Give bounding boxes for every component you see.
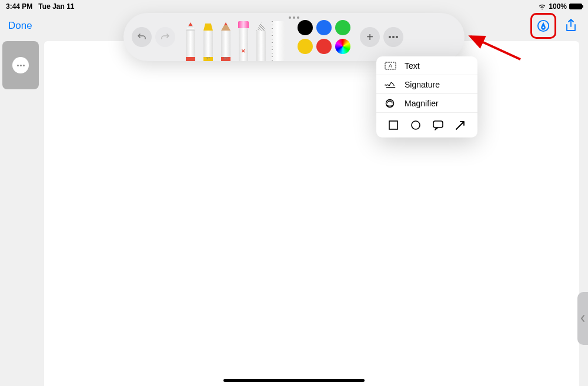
popover-text-label: Text [405,61,420,71]
done-button[interactable]: Done [8,20,32,32]
popover-signature[interactable]: × Signature [376,75,477,94]
ruler-tool[interactable] [270,21,285,61]
color-blue[interactable] [316,20,332,35]
text-icon: A [385,62,396,70]
add-button[interactable]: + [360,27,380,47]
battery-icon [569,4,582,9]
svg-point-7 [412,121,420,129]
shape-circle[interactable] [409,119,422,132]
redo-icon [161,32,170,42]
popover-magnifier-label: Magnifier [405,99,439,108]
status-bar: 3:44 PM Tue Jan 11 100% [0,0,588,13]
home-indicator[interactable] [223,379,365,382]
magnifier-icon [385,99,396,108]
color-picker[interactable] [335,39,350,54]
color-palette [298,20,350,54]
canvas[interactable] [44,41,579,386]
signature-icon: × [385,80,396,89]
popover-signature-label: Signature [405,80,440,89]
svg-rect-8 [433,121,443,127]
color-red[interactable] [316,39,332,54]
shape-square[interactable] [387,119,400,132]
markup-button[interactable] [534,17,552,35]
lasso-tool[interactable] [253,19,269,61]
share-button[interactable] [562,17,580,35]
share-icon [564,19,577,33]
thumbnail-more-icon[interactable] [12,57,29,73]
page-thumbnail[interactable] [2,41,39,89]
svg-text:A: A [389,63,392,69]
color-yellow[interactable] [298,39,313,54]
more-button[interactable] [383,27,403,47]
add-popover: A Text × Signature Magnifier [376,56,477,137]
popover-text[interactable]: A Text [376,56,477,75]
wifi-icon [538,4,546,9]
eraser-tool[interactable] [235,19,252,61]
popover-shapes-row [376,113,477,137]
pencil-tool[interactable]: 85 [218,19,234,61]
markup-toolbar: 37 85 + [123,13,465,61]
highlighter-tool[interactable]: 37 [200,19,216,61]
svg-rect-6 [389,121,397,129]
svg-text:×: × [385,82,387,86]
svg-point-1 [543,26,544,28]
pen-tool[interactable] [182,19,199,61]
shape-arrow[interactable] [454,119,467,132]
drawing-tools: 37 85 [182,13,285,61]
toolbar-grab-handle[interactable] [289,16,299,19]
edge-pull-handle[interactable] [577,292,588,345]
status-date: Tue Jan 11 [38,2,74,11]
status-time: 3:44 PM [6,2,32,11]
undo-button[interactable] [132,27,152,47]
chevron-left-icon [580,314,585,323]
annotation-highlight [530,13,556,39]
popover-magnifier[interactable]: Magnifier [376,94,477,113]
color-green[interactable] [335,20,350,35]
plus-icon: + [366,31,373,44]
pen-tip-icon [537,19,550,32]
redo-button[interactable] [155,27,175,47]
shape-speech-bubble[interactable] [432,119,445,132]
color-black[interactable] [298,20,313,35]
undo-icon [137,32,146,42]
battery-percent: 100% [549,2,567,11]
ellipsis-icon [389,36,398,38]
